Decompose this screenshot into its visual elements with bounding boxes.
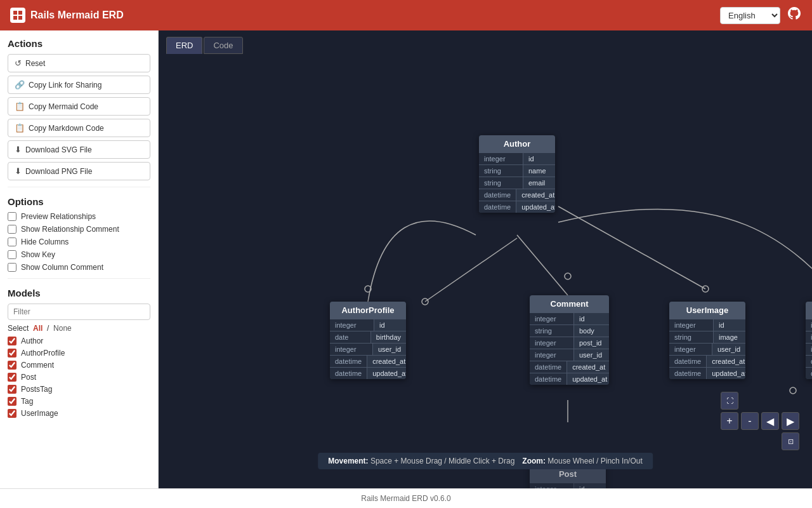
entity-author[interactable]: Author integerid stringname stringemail … — [479, 135, 555, 213]
show-rel-comment-label: Show Relationship Comment — [21, 225, 119, 234]
language-select[interactable]: English Japanese — [720, 7, 780, 24]
field-name: name — [523, 165, 555, 177]
field-type: datetime — [530, 373, 567, 385]
hide-columns-checkbox[interactable] — [8, 237, 16, 246]
entity-comment-header: Comment — [530, 295, 609, 312]
relationship-lines — [159, 54, 812, 488]
entity-user-image[interactable]: UserImage integerid stringimage integeru… — [669, 302, 745, 379]
model-item-posts-tag[interactable]: PostsTag — [8, 385, 150, 394]
tab-bar: ERD Code — [159, 30, 812, 54]
model-item-author[interactable]: Author — [8, 337, 150, 345]
zoom-left-button[interactable]: ◀ — [761, 412, 779, 430]
zoom-in-button[interactable]: + — [721, 412, 738, 430]
copy-markdown-button[interactable]: 📋 Copy Markdown Code — [8, 119, 150, 137]
field-name: email — [523, 177, 555, 189]
field-name: user_id — [574, 349, 609, 361]
option-preview-rel[interactable]: Preview Relationships — [8, 212, 150, 221]
show-rel-comment-checkbox[interactable] — [8, 225, 16, 234]
model-post-checkbox[interactable] — [8, 373, 16, 382]
field-type: datetime — [806, 356, 812, 367]
show-key-checkbox[interactable] — [8, 250, 16, 259]
download-svg-icon: ⬇ — [15, 145, 22, 154]
model-item-post[interactable]: Post — [8, 373, 150, 382]
table-row: integeruser_id — [330, 343, 406, 355]
reset-button[interactable]: ↺ Reset — [8, 54, 150, 72]
model-item-author-profile[interactable]: AuthorProfile — [8, 349, 150, 358]
table-row: datetimeupdated_at — [806, 367, 812, 379]
field-type: date — [330, 331, 371, 343]
entity-posts-tag[interactable]: PostsTag integerid integerpost_id intege… — [806, 302, 812, 379]
download-png-button[interactable]: ⬇ Download PNG File — [8, 162, 150, 180]
field-name: body — [574, 325, 609, 337]
table-row: integerid — [479, 152, 555, 164]
model-item-tag[interactable]: Tag — [8, 397, 150, 406]
show-col-comment-checkbox[interactable] — [8, 263, 16, 272]
preview-rel-label: Preview Relationships — [21, 212, 96, 221]
canvas-area[interactable]: ERD Code — [159, 30, 812, 488]
app-icon — [10, 8, 25, 23]
svg-rect-2 — [13, 16, 17, 20]
copy-mermaid-button[interactable]: 📋 Copy Mermaid Code — [8, 97, 150, 116]
field-type: datetime — [479, 189, 516, 201]
svg-line-9 — [558, 206, 705, 289]
option-show-col-comment[interactable]: Show Column Comment — [8, 263, 150, 272]
entity-author-profile-header: AuthorProfile — [330, 302, 406, 319]
zoom-fit-button[interactable]: ⛶ — [721, 392, 738, 410]
select-all-link[interactable]: All — [33, 324, 43, 333]
entity-comment[interactable]: Comment integerid stringbody integerpost… — [530, 295, 609, 385]
github-icon[interactable] — [787, 6, 802, 25]
table-row: datetimecreated_at — [330, 355, 406, 367]
field-name: id — [574, 313, 609, 324]
table-row: integerid — [669, 319, 745, 331]
model-user-image-checkbox[interactable] — [8, 409, 16, 418]
field-type: integer — [530, 337, 574, 349]
option-show-key[interactable]: Show Key — [8, 250, 150, 259]
zoom-row: + - ◀ ▶ — [721, 412, 799, 430]
field-name: id — [523, 153, 555, 164]
zoom-reset-button[interactable]: ⊡ — [782, 432, 799, 450]
table-row: datetimecreated_at — [669, 355, 745, 367]
options-section: Options Preview Relationships Show Relat… — [8, 196, 150, 272]
field-type: integer — [806, 331, 812, 343]
model-author-profile-checkbox[interactable] — [8, 349, 16, 358]
option-show-rel-comment[interactable]: Show Relationship Comment — [8, 225, 150, 234]
svg-rect-1 — [18, 11, 22, 15]
zoom-out-button[interactable]: - — [741, 412, 759, 430]
model-item-comment[interactable]: Comment — [8, 361, 150, 370]
select-none-link[interactable]: None — [53, 324, 72, 333]
copy-link-button[interactable]: 🔗 Copy Link for Sharing — [8, 76, 150, 94]
zoom-right-button[interactable]: ▶ — [782, 412, 799, 430]
entity-user-image-body: integerid stringimage integeruser_id dat… — [669, 319, 745, 379]
table-row: datetimecreated_at — [806, 355, 812, 367]
header-left: Rails Mermaid ERD — [10, 8, 124, 23]
field-name: updated_at — [367, 368, 406, 379]
movement-label: Movement: Space + Mouse Drag / Middle Cl… — [328, 457, 514, 465]
field-type: string — [530, 325, 574, 337]
erd-canvas[interactable]: Author integerid stringname stringemail … — [159, 54, 812, 488]
preview-rel-checkbox[interactable] — [8, 212, 16, 221]
model-comment-checkbox[interactable] — [8, 361, 16, 370]
download-svg-label: Download SVG File — [25, 145, 92, 154]
tab-code[interactable]: Code — [204, 37, 242, 54]
download-svg-button[interactable]: ⬇ Download SVG File — [8, 140, 150, 159]
models-filter-input[interactable] — [8, 304, 150, 320]
model-posts-tag-checkbox[interactable] — [8, 385, 16, 394]
model-author-checkbox[interactable] — [8, 337, 16, 345]
model-item-user-image[interactable]: UserImage — [8, 409, 150, 418]
table-row: integerid — [530, 483, 606, 488]
tab-erd[interactable]: ERD — [166, 37, 202, 54]
entity-posts-tag-header: PostsTag — [806, 302, 812, 319]
model-user-image-label: UserImage — [21, 409, 58, 418]
field-name: updated_at — [567, 373, 609, 385]
zoom-label: Zoom: Mouse Wheel / Pinch In/Out — [522, 457, 642, 465]
download-png-icon: ⬇ — [15, 166, 22, 176]
field-type: datetime — [669, 356, 707, 367]
entity-author-profile[interactable]: AuthorProfile integerid datebirthday int… — [330, 302, 406, 379]
option-hide-columns[interactable]: Hide Columns — [8, 237, 150, 246]
model-tag-checkbox[interactable] — [8, 397, 16, 406]
field-name: updated_at — [516, 201, 555, 213]
field-name: birthday — [371, 331, 406, 343]
show-key-label: Show Key — [21, 250, 55, 259]
table-row: datetimeupdated_at — [669, 367, 745, 379]
zoom-key: Zoom: — [522, 457, 546, 465]
